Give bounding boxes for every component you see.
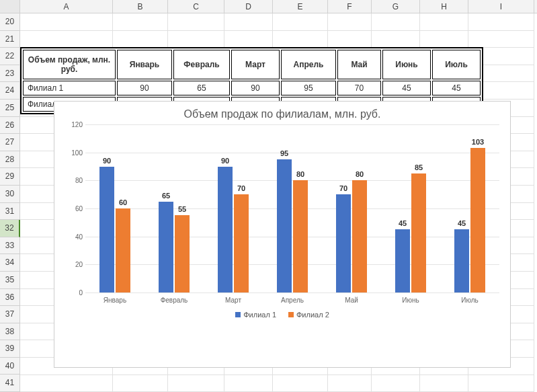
legend-item-1: Филиал 1 [235,311,276,319]
row-header-41[interactable]: 41 [0,375,20,392]
row-header-22[interactable]: 22 [0,48,20,65]
column-header-B[interactable]: B [113,0,168,13]
bar-group: 4585 [395,173,426,292]
y-axis: 020406080100120 [63,124,83,292]
bar[interactable]: 55 [175,215,190,292]
legend-swatch-icon [235,312,241,317]
row-header-24[interactable]: 24 [0,82,20,100]
bar[interactable]: 85 [411,173,426,292]
legend-item-2: Филиал 2 [288,311,329,319]
bar[interactable]: 70 [336,194,351,292]
column-header-E[interactable]: E [273,0,328,13]
bar-group: 9070 [218,167,249,293]
table-header-month: Февраль [173,50,230,79]
bar-value-label: 65 [162,192,170,200]
bar-value-label: 70 [237,184,245,192]
row-header-26[interactable]: 26 [0,117,20,134]
y-tick-label: 80 [75,177,83,184]
column-header-G[interactable]: G [372,0,420,13]
bar-group: 45103 [454,148,485,292]
row-header-23[interactable]: 23 [0,65,20,83]
bar[interactable]: 90 [218,167,233,293]
column-header-C[interactable]: C [168,0,224,13]
row-header-35[interactable]: 35 [0,272,20,289]
spreadsheet: ABCDEFGHI 202122232425262728293031323334… [0,0,537,392]
bar[interactable]: 70 [234,194,249,292]
bar-value-label: 55 [178,205,186,213]
x-tick-label: Июнь [394,297,427,304]
bar[interactable]: 80 [293,180,308,292]
column-header-I[interactable]: I [468,0,534,13]
bar[interactable]: 60 [116,208,130,292]
x-axis-labels: ЯнварьФевральМартАпрельМайИюньИюль [85,297,499,304]
bar-group: 9060 [99,167,130,293]
column-header-D[interactable]: D [224,0,273,13]
table-row-label: Филиал 1 [23,81,116,95]
y-tick-label: 120 [71,121,83,128]
bar[interactable]: 65 [159,202,173,292]
column-header-A[interactable]: A [20,0,113,13]
row-header-25[interactable]: 25 [0,100,20,117]
row-header-38[interactable]: 38 [0,323,20,341]
bar-value-label: 70 [339,184,347,192]
y-tick-label: 100 [71,149,83,156]
bar[interactable]: 45 [395,229,410,292]
table-header-month: Июнь [382,50,431,79]
table-header-month: Май [337,50,381,79]
row-header-32[interactable]: 32 [0,220,20,237]
bar-value-label: 80 [296,170,304,178]
row-headers: 2021222324252627282930313233343536373839… [0,13,20,392]
y-tick-label: 0 [79,289,83,297]
bar-value-label: 60 [119,198,127,206]
table-cell[interactable]: 95 [281,81,336,95]
row-header-34[interactable]: 34 [0,254,20,272]
row-header-33[interactable]: 33 [0,237,20,255]
y-tick-label: 40 [75,233,83,240]
x-tick-label: Апрель [276,297,309,304]
table-header-month: Март [231,50,280,79]
row-header-20[interactable]: 20 [0,13,20,31]
table-header-label: Объем продаж, млн. руб. [23,50,116,79]
row-header-30[interactable]: 30 [0,186,20,203]
table-header-month: Январь [117,50,172,79]
bar[interactable]: 45 [454,229,469,292]
select-all-corner[interactable] [0,0,20,13]
bar[interactable]: 80 [352,180,367,292]
chart[interactable]: Объем продаж по филиалам, млн. руб. 0204… [54,101,511,368]
table-cell[interactable]: 90 [231,81,280,95]
table-cell[interactable]: 90 [117,81,172,95]
column-header-H[interactable]: H [420,0,468,13]
table-cell[interactable]: 45 [432,81,481,95]
column-header-F[interactable]: F [328,0,372,13]
legend-label-1: Филиал 1 [243,311,276,319]
x-tick-label: Март [216,297,250,304]
bar-value-label: 90 [103,157,111,165]
table-cell[interactable]: 45 [382,81,431,95]
row-header-27[interactable]: 27 [0,134,20,151]
row-header-37[interactable]: 37 [0,306,20,323]
x-tick-label: Январь [98,297,132,304]
row-header-28[interactable]: 28 [0,151,20,169]
legend-label-2: Филиал 2 [296,311,329,319]
bar-value-label: 80 [356,170,364,178]
row-header-21[interactable]: 21 [0,31,20,48]
bar[interactable]: 103 [470,148,485,292]
y-tick-label: 60 [75,205,83,212]
y-tick-label: 20 [75,261,83,268]
bar-value-label: 45 [458,219,466,227]
x-tick-label: Июль [453,297,487,304]
x-tick-label: Май [335,297,368,304]
bar-value-label: 90 [221,157,229,165]
bar[interactable]: 95 [277,159,292,292]
table-cell[interactable]: 70 [337,81,381,95]
bar-value-label: 95 [280,149,288,157]
row-header-39[interactable]: 39 [0,340,20,358]
legend-swatch-icon [288,312,294,317]
bar-value-label: 85 [415,163,423,171]
table-cell[interactable]: 65 [173,81,230,95]
row-header-40[interactable]: 40 [0,358,20,375]
row-header-31[interactable]: 31 [0,203,20,221]
row-header-36[interactable]: 36 [0,289,20,307]
bar[interactable]: 90 [99,167,114,293]
row-header-29[interactable]: 29 [0,168,20,186]
